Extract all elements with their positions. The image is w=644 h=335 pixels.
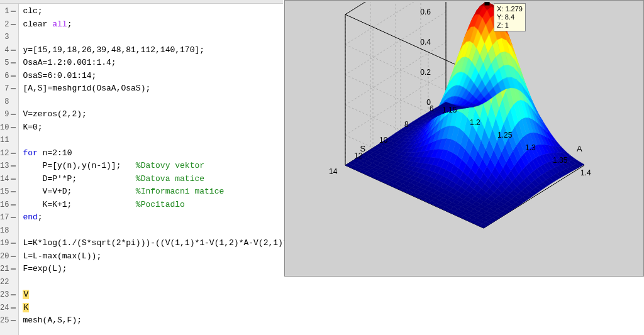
code-line[interactable]: K: [23, 302, 415, 315]
svg-text:1.35: 1.35: [553, 156, 568, 165]
line-gutter: 1234567891011121314151617181920212223242…: [0, 4, 19, 335]
figure-window[interactable]: X: 1.279 Y: 8.4 Z: 1 00.20.40.60.811.151…: [284, 0, 644, 277]
code-line[interactable]: [23, 276, 415, 289]
svg-text:1.2: 1.2: [470, 118, 480, 127]
data-tip[interactable]: X: 1.279 Y: 8.4 Z: 1: [494, 3, 526, 31]
svg-text:1.15: 1.15: [442, 106, 457, 114]
svg-text:0.4: 0.4: [420, 38, 431, 47]
datatip-x: X: 1.279: [497, 5, 523, 13]
svg-text:S: S: [360, 144, 366, 153]
code-line[interactable]: mesh(A,S,F);: [23, 314, 415, 327]
code-line[interactable]: V: [23, 288, 415, 302]
surface-plot[interactable]: 00.20.40.60.811.151.21.251.31.351.468101…: [289, 2, 641, 273]
svg-text:0.6: 0.6: [420, 8, 431, 16]
svg-text:10: 10: [379, 136, 388, 145]
svg-text:1.25: 1.25: [497, 131, 513, 140]
svg-text:8: 8: [404, 120, 409, 129]
svg-text:1.4: 1.4: [580, 168, 591, 177]
svg-text:0.2: 0.2: [420, 68, 431, 77]
svg-text:1.3: 1.3: [525, 143, 536, 152]
svg-text:6: 6: [430, 104, 434, 113]
code-editor[interactable]: 1234567891011121314151617181920212223242…: [0, 0, 283, 335]
svg-rect-943: [485, 2, 490, 6]
datatip-z: Z: 1: [497, 21, 523, 30]
datatip-y: Y: 8.4: [497, 13, 523, 21]
svg-text:A: A: [577, 144, 582, 153]
svg-text:14: 14: [329, 167, 338, 176]
